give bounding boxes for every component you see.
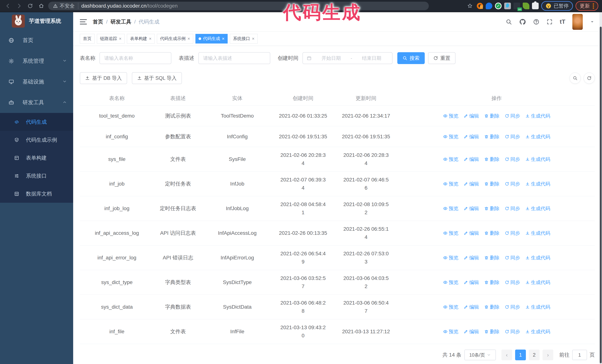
tab-codegen-example[interactable]: 代码生成示例 × bbox=[157, 34, 193, 43]
delete-link[interactable]: 删除 bbox=[484, 229, 500, 237]
table-name-input[interactable] bbox=[99, 52, 171, 64]
sidebar-item-system-management[interactable]: 系统管理 bbox=[0, 51, 73, 72]
delete-link[interactable]: 删除 bbox=[484, 155, 500, 163]
edit-link[interactable]: 编辑 bbox=[464, 254, 479, 262]
import-sql-button[interactable]: 基于 SQL 导入 bbox=[132, 72, 182, 84]
browser-forward-icon[interactable] bbox=[15, 2, 23, 10]
scrollbar-thumb[interactable] bbox=[600, 27, 602, 363]
browser-home-icon[interactable] bbox=[37, 2, 46, 10]
menu-dots-icon[interactable] bbox=[593, 3, 594, 9]
page-button-2[interactable]: 2 bbox=[529, 350, 540, 360]
sidebar-toggle-icon[interactable] bbox=[80, 19, 87, 24]
page-button-1[interactable]: 1 bbox=[515, 350, 526, 360]
sidebar-item-home[interactable]: 首页 bbox=[0, 30, 73, 51]
edit-link[interactable]: 编辑 bbox=[464, 278, 479, 286]
generate-code-link[interactable]: 生成代码 bbox=[525, 133, 550, 141]
preview-link[interactable]: 预览 bbox=[443, 303, 458, 311]
date-range-picker[interactable]: 开始日期 - 结束日期 bbox=[302, 52, 393, 64]
edit-link[interactable]: 编辑 bbox=[464, 180, 479, 188]
extension-icon[interactable] bbox=[477, 3, 483, 9]
sync-link[interactable]: 同步 bbox=[505, 303, 520, 311]
generate-code-link[interactable]: 生成代码 bbox=[525, 278, 550, 286]
sync-link[interactable]: 同步 bbox=[505, 278, 520, 286]
sidebar-subitem-system-api[interactable]: 系统接口 bbox=[0, 167, 73, 185]
edit-link[interactable]: 编辑 bbox=[464, 328, 479, 336]
preview-link[interactable]: 预览 bbox=[443, 254, 458, 262]
extensions-puzzle-icon[interactable] bbox=[532, 3, 539, 9]
tab-close-icon[interactable]: × bbox=[187, 36, 190, 41]
sync-link[interactable]: 同步 bbox=[505, 328, 520, 336]
prev-page-button[interactable]: ‹ bbox=[501, 350, 512, 360]
delete-link[interactable]: 删除 bbox=[484, 328, 500, 336]
bookmark-star-icon[interactable] bbox=[466, 2, 474, 10]
search-button[interactable]: 搜索 bbox=[397, 52, 425, 64]
tab-trace[interactable]: 链路追踪 × bbox=[97, 34, 125, 43]
delete-link[interactable]: 删除 bbox=[484, 180, 500, 188]
tab-close-icon[interactable]: × bbox=[149, 36, 151, 41]
user-avatar[interactable] bbox=[572, 14, 583, 30]
tab-form-builder[interactable]: 表单构建 × bbox=[127, 34, 155, 43]
generate-code-link[interactable]: 生成代码 bbox=[525, 204, 550, 213]
goto-page-input[interactable] bbox=[572, 350, 587, 360]
sync-link[interactable]: 同步 bbox=[505, 229, 520, 237]
delete-link[interactable]: 删除 bbox=[484, 303, 500, 311]
browser-update-button[interactable]: 更新 bbox=[576, 1, 598, 11]
preview-link[interactable]: 预览 bbox=[443, 328, 458, 336]
extension-icon[interactable] bbox=[523, 3, 529, 9]
delete-link[interactable]: 删除 bbox=[484, 278, 500, 286]
recorder-paused-button[interactable]: 已暂停 bbox=[541, 1, 573, 11]
sidebar-subitem-codegen[interactable]: 代码生成 bbox=[0, 113, 73, 131]
generate-code-link[interactable]: 生成代码 bbox=[525, 254, 550, 262]
sync-link[interactable]: 同步 bbox=[505, 180, 520, 188]
preview-link[interactable]: 预览 bbox=[443, 112, 458, 120]
delete-link[interactable]: 删除 bbox=[484, 133, 500, 141]
preview-link[interactable]: 预览 bbox=[443, 133, 458, 141]
sync-link[interactable]: 同步 bbox=[505, 112, 520, 120]
help-icon[interactable] bbox=[533, 19, 539, 25]
table-desc-input[interactable] bbox=[198, 52, 270, 64]
preview-link[interactable]: 预览 bbox=[443, 278, 458, 286]
sync-link[interactable]: 同步 bbox=[505, 254, 520, 262]
tab-codegen[interactable]: 代码生成 × bbox=[195, 34, 228, 43]
page-scrollbar[interactable] bbox=[599, 12, 602, 364]
page-size-select[interactable]: 10条/页 bbox=[464, 350, 496, 360]
edit-link[interactable]: 编辑 bbox=[464, 155, 479, 163]
sidebar-item-infrastructure[interactable]: 基础设施 bbox=[0, 72, 73, 92]
extension-icon[interactable] bbox=[504, 3, 511, 9]
tab-home[interactable]: 首页 bbox=[80, 34, 95, 43]
preview-link[interactable]: 预览 bbox=[443, 180, 458, 188]
generate-code-link[interactable]: 生成代码 bbox=[525, 112, 550, 120]
edit-link[interactable]: 编辑 bbox=[464, 133, 479, 141]
generate-code-link[interactable]: 生成代码 bbox=[525, 328, 550, 336]
tab-close-icon[interactable]: × bbox=[252, 36, 255, 41]
tab-close-icon[interactable]: × bbox=[119, 36, 121, 41]
breadcrumb-dev-tools[interactable]: 研发工具 bbox=[111, 18, 131, 25]
header-search-icon[interactable] bbox=[506, 19, 512, 25]
browser-back-icon[interactable] bbox=[4, 2, 12, 10]
font-size-icon[interactable]: tT bbox=[560, 18, 565, 25]
tab-close-icon[interactable]: × bbox=[222, 36, 225, 41]
preview-link[interactable]: 预览 bbox=[443, 155, 458, 163]
extension-icon[interactable] bbox=[495, 3, 502, 9]
delete-link[interactable]: 删除 bbox=[484, 254, 500, 262]
delete-link[interactable]: 删除 bbox=[484, 112, 500, 120]
preview-link[interactable]: 预览 bbox=[443, 229, 458, 237]
generate-code-link[interactable]: 生成代码 bbox=[525, 155, 550, 163]
refresh-table-button[interactable] bbox=[584, 73, 595, 84]
browser-reload-icon[interactable] bbox=[26, 2, 34, 10]
sync-link[interactable]: 同步 bbox=[505, 204, 520, 213]
delete-link[interactable]: 删除 bbox=[484, 204, 500, 213]
import-db-button[interactable]: 基于 DB 导入 bbox=[80, 72, 127, 84]
edit-link[interactable]: 编辑 bbox=[464, 229, 479, 237]
site-security-chip[interactable]: 不安全 bbox=[53, 3, 78, 9]
generate-code-link[interactable]: 生成代码 bbox=[525, 303, 550, 311]
fullscreen-icon[interactable] bbox=[547, 19, 553, 25]
sidebar-subitem-codegen-example[interactable]: 代码生成示例 bbox=[0, 131, 73, 149]
address-bar[interactable]: 不安全 dashboard.yudao.iocoder.cn/tool/code… bbox=[48, 2, 429, 10]
app-logo[interactable]: 芋道管理系统 bbox=[0, 12, 73, 30]
extension-icon[interactable] bbox=[486, 3, 492, 9]
toggle-search-button[interactable] bbox=[570, 73, 581, 84]
reset-button[interactable]: 重置 bbox=[428, 52, 455, 64]
avatar-caret-icon[interactable] bbox=[590, 20, 595, 24]
sync-link[interactable]: 同步 bbox=[505, 133, 520, 141]
